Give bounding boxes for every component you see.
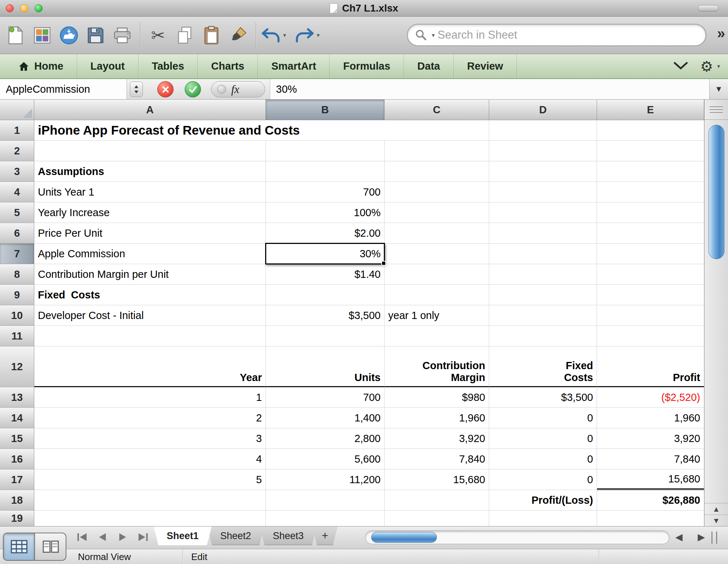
cell-D18[interactable]: Profit/(Loss)	[489, 490, 597, 511]
row-header-15[interactable]: 15	[0, 428, 34, 449]
row-header-10[interactable]: 10	[0, 305, 34, 326]
ribbon-tab-charts[interactable]: Charts	[198, 54, 258, 78]
toolbar-toggle-button[interactable]	[698, 5, 719, 12]
cell-A4[interactable]: Units Year 1	[34, 182, 266, 202]
sheet-tab-sheet2[interactable]: Sheet2	[207, 526, 264, 545]
row-header-4[interactable]: 4	[0, 182, 34, 202]
cell-B4[interactable]: 700	[266, 182, 385, 202]
cell-C7[interactable]	[385, 244, 489, 264]
normal-view-button[interactable]	[4, 533, 34, 560]
cell-E5[interactable]	[597, 202, 704, 223]
row-header-9[interactable]: 9	[0, 285, 34, 305]
toolbar-overflow-button[interactable]: »	[717, 25, 725, 41]
row-header-8[interactable]: 8	[0, 264, 34, 285]
cell-C3[interactable]	[385, 161, 489, 182]
cell-B13[interactable]: 700	[266, 387, 385, 408]
undo-button[interactable]: ▾	[260, 28, 286, 43]
cell-E16[interactable]: 7,840	[597, 449, 704, 469]
cell-E6[interactable]	[597, 223, 704, 244]
cell-A8[interactable]: Contribution Margin per Unit	[34, 264, 266, 285]
print-button[interactable]	[109, 19, 136, 52]
close-button[interactable]	[6, 4, 14, 12]
cell-E8[interactable]	[597, 264, 704, 285]
cell-D8[interactable]	[489, 264, 597, 285]
cell-C12[interactable]: Contribution Margin	[385, 346, 489, 387]
cell-D7[interactable]	[489, 244, 597, 264]
row-header-18[interactable]: 18	[0, 490, 34, 511]
ribbon-tab-formulas[interactable]: Formulas	[330, 54, 404, 78]
cell-E12[interactable]: Profit	[597, 346, 704, 387]
cell-C17[interactable]: 15,680	[385, 469, 489, 490]
cancel-entry-button[interactable]	[157, 81, 174, 97]
cell-B6[interactable]: $2.00	[266, 223, 385, 244]
cell-B16[interactable]: 5,600	[266, 449, 385, 469]
horizontal-scrollbar[interactable]	[365, 530, 670, 544]
cell-E13[interactable]: ($2,520)	[597, 387, 704, 408]
redo-button[interactable]: ▾	[294, 28, 320, 43]
vertical-scrollbar-thumb[interactable]	[709, 125, 724, 259]
ribbon-tab-data[interactable]: Data	[404, 54, 454, 78]
cell-C10[interactable]: year 1 only	[385, 305, 489, 326]
cell-B15[interactable]: 2,800	[266, 428, 385, 449]
name-box[interactable]: AppleCommission	[0, 79, 127, 99]
undo-dropdown-icon[interactable]: ▾	[283, 32, 286, 39]
paste-button[interactable]	[198, 19, 225, 52]
cell-E4[interactable]	[597, 182, 704, 202]
scroll-right-icon[interactable]: ▶	[698, 532, 705, 543]
formula-bar-dropdown-button[interactable]: ▼	[709, 79, 728, 99]
cell-A16[interactable]: 4	[34, 449, 266, 469]
name-box-stepper[interactable]	[130, 82, 143, 97]
open-button[interactable]	[56, 19, 82, 52]
row-header-3[interactable]: 3	[0, 161, 34, 182]
cell-A5[interactable]: Yearly Increase	[34, 202, 266, 223]
cell-B11[interactable]	[266, 326, 385, 346]
tabbar-resize-handle[interactable]	[711, 532, 717, 544]
cell-D10[interactable]	[489, 305, 597, 326]
page-layout-view-button[interactable]	[34, 533, 66, 560]
ribbon-collapse-button[interactable]	[674, 62, 688, 71]
cell-C4[interactable]	[385, 182, 489, 202]
cell-E18[interactable]: $26,880	[597, 490, 704, 511]
cell-A2[interactable]	[34, 141, 266, 161]
row-header-6[interactable]: 6	[0, 223, 34, 244]
ribbon-tab-layout[interactable]: Layout	[77, 54, 139, 78]
cell-A10[interactable]: Developer Cost - Initial	[34, 305, 266, 326]
cell-C19[interactable]	[385, 511, 489, 526]
row-header-11[interactable]: 11	[0, 326, 34, 346]
cell-D6[interactable]	[489, 223, 597, 244]
format-painter-button[interactable]	[225, 19, 251, 52]
horizontal-scrollbar-thumb[interactable]	[371, 532, 437, 543]
cell-D3[interactable]	[489, 161, 597, 182]
cell-E3[interactable]	[597, 161, 704, 182]
sheet-tab-sheet3[interactable]: Sheet3	[260, 526, 317, 545]
row-header-16[interactable]: 16	[0, 449, 34, 469]
cell-D13[interactable]: $3,500	[489, 387, 597, 408]
cell-C13[interactable]: $980	[385, 387, 489, 408]
column-header-E[interactable]: E	[597, 100, 704, 120]
row-header-7[interactable]: 7	[0, 244, 34, 264]
cell-B10[interactable]: $3,500	[266, 305, 385, 326]
cell-A7[interactable]: Apple Commission	[34, 244, 266, 264]
cell-D1[interactable]	[489, 120, 597, 141]
cell-C15[interactable]: 3,920	[385, 428, 489, 449]
search-scope-dropdown-icon[interactable]: ▾	[432, 32, 435, 39]
cell-C6[interactable]	[385, 223, 489, 244]
cell-E10[interactable]	[597, 305, 704, 326]
ribbon-tab-smartart[interactable]: SmartArt	[258, 54, 330, 78]
split-handle[interactable]	[705, 100, 728, 120]
cell-B17[interactable]: 11,200	[266, 469, 385, 490]
row-header-12[interactable]: 12	[0, 346, 34, 387]
redo-dropdown-icon[interactable]: ▾	[317, 32, 320, 39]
cell-D15[interactable]: 0	[489, 428, 597, 449]
first-sheet-button[interactable]	[76, 532, 88, 542]
column-header-A[interactable]: A	[34, 100, 266, 120]
ribbon-settings-button[interactable]: ⚙ ▾	[700, 59, 720, 74]
cell-A14[interactable]: 2	[34, 408, 266, 428]
cell-C18[interactable]	[385, 490, 489, 511]
cell-C16[interactable]: 7,840	[385, 449, 489, 469]
vertical-scrollbar[interactable]: ▲ ▼	[704, 100, 728, 526]
scroll-up-icon[interactable]: ▲	[705, 503, 728, 515]
accept-entry-button[interactable]	[185, 81, 201, 97]
row-header-2[interactable]: 2	[0, 141, 34, 161]
cell-B18[interactable]	[266, 490, 385, 511]
